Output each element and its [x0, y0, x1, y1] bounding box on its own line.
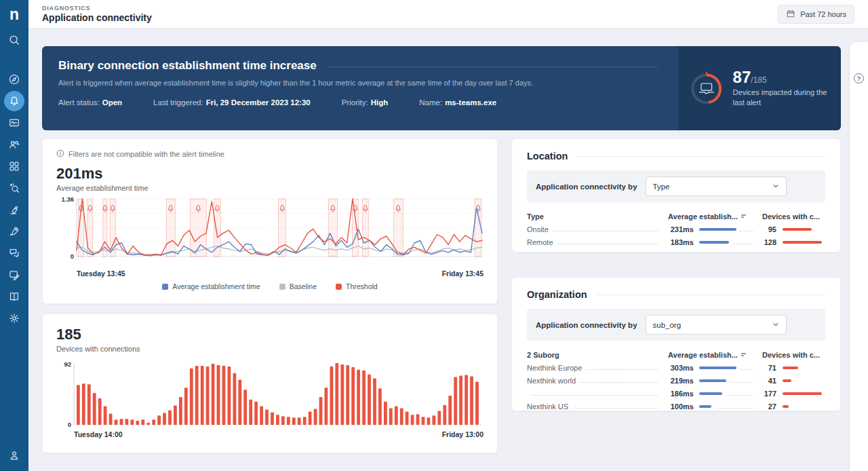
- people-search-icon: [8, 138, 20, 151]
- filters-notice: Filters are not compatible with the aler…: [56, 149, 484, 159]
- search-icon: [8, 34, 20, 46]
- table-header: Type Average establish... Devices with c…: [527, 210, 825, 223]
- svg-text:0: 0: [68, 421, 71, 428]
- table-row[interactable]: Remote 183ms 128: [527, 236, 825, 248]
- organization-table: 2 Suborg Average establish... Devices wi…: [527, 348, 825, 413]
- x-end-label: Friday 13:00: [442, 430, 484, 438]
- establishment-time-chart: 1.360: [56, 192, 485, 269]
- sidebar-item-account[interactable]: [4, 445, 24, 466]
- impacted-caption: Devices impacted during the last alert: [733, 88, 830, 108]
- organization-filter-row: Application connectivity by sub_org: [527, 309, 825, 341]
- sidebar: n: [0, 0, 28, 471]
- book-icon: [8, 290, 20, 303]
- compass-icon: [8, 73, 20, 86]
- table-row[interactable]: Nexthink Europe 303ms 71: [527, 361, 825, 374]
- x-start-label: Tuesday 14:00: [74, 430, 123, 438]
- legend-baseline: Baseline: [279, 282, 317, 290]
- alert-title: Binary connection establishment time inc…: [58, 59, 317, 73]
- divider: [597, 295, 825, 295]
- sidebar-item-monitoring[interactable]: [4, 113, 24, 133]
- alert-status: Alert status:Open: [58, 98, 122, 107]
- devices-impacted-gauge: [689, 66, 724, 111]
- help-side-strip: ?: [850, 42, 868, 471]
- svg-text:0: 0: [71, 252, 74, 260]
- sidebar-item-launch[interactable]: [4, 221, 24, 242]
- sidebar-item-library[interactable]: [4, 286, 24, 307]
- alert-name: Name:ms-teams.exe: [419, 98, 496, 107]
- line-chart-x-labels: Tuesday 13:45 Friday 13:45: [56, 269, 484, 278]
- bar-chart-x-labels: Tuesday 14:00 Friday 13:00: [56, 430, 484, 438]
- devices-bar-chart: 920: [56, 358, 485, 430]
- chevron-down-icon: [772, 321, 779, 329]
- sidebar-item-content[interactable]: [4, 265, 24, 285]
- line-chart-legend: Average establishment time Baseline Thre…: [56, 282, 484, 290]
- laptop-icon: [699, 83, 713, 94]
- top-header: DIAGNOSTICS Application connectivity Pas…: [28, 0, 868, 29]
- monitor-chart-icon: [8, 117, 20, 129]
- sidebar-item-search[interactable]: [4, 30, 24, 50]
- chevron-down-icon: [772, 183, 779, 191]
- avg-establishment-label: Average establishment time: [56, 184, 484, 192]
- alert-meta: Alert status:Open Last triggered:Fri, 29…: [58, 98, 662, 107]
- sort-icon[interactable]: [741, 353, 746, 356]
- x-start-label: Tuesday 13:45: [77, 269, 125, 278]
- info-icon: [56, 149, 64, 159]
- alert-description: Alert is triggered when average establis…: [58, 79, 662, 87]
- sidebar-item-investigations[interactable]: [4, 178, 24, 198]
- legend-threshold: Threshold: [336, 282, 378, 290]
- time-range-button[interactable]: Past 72 hours: [778, 5, 854, 24]
- alert-banner: Binary connection establishment time inc…: [42, 46, 841, 130]
- calendar-icon: [786, 9, 795, 20]
- x-end-label: Friday 13:45: [442, 269, 484, 278]
- bell-icon: [8, 95, 20, 107]
- alert-priority: Priority:High: [342, 98, 389, 107]
- location-title: Location: [527, 151, 568, 162]
- sidebar-item-overview[interactable]: [4, 69, 24, 90]
- alert-banner-details: Binary connection establishment time inc…: [42, 46, 678, 130]
- table-header: 2 Suborg Average establish... Devices wi…: [527, 348, 825, 361]
- svg-text:1.36: 1.36: [62, 195, 75, 203]
- avg-establishment-metric: 201ms: [56, 165, 484, 183]
- person-icon: [8, 449, 20, 461]
- chat-icon: [8, 247, 20, 259]
- sidebar-item-amplify[interactable]: [4, 200, 24, 220]
- board-pencil-icon: [8, 269, 20, 281]
- impacted-count: 87/185: [733, 69, 830, 86]
- table-row[interactable]: Onsite 231ms 95: [527, 223, 825, 236]
- location-filter-row: Application connectivity by Type: [527, 170, 825, 202]
- location-table: Type Average establish... Devices with c…: [527, 210, 825, 248]
- alert-impact-box: 87/185 Devices impacted during the last …: [678, 46, 841, 130]
- organization-groupby-select[interactable]: sub_org: [646, 315, 787, 335]
- sidebar-item-engage[interactable]: [4, 243, 24, 263]
- devices-connections-panel: 185 Devices with connections 920 Tuesday…: [42, 314, 498, 453]
- table-row[interactable]: Nexthink world 219ms 41: [527, 374, 825, 387]
- lamp-icon: [8, 204, 20, 216]
- page-title: Application connectivity: [42, 12, 152, 23]
- divider: [329, 67, 658, 67]
- establishment-time-panel: Filters are not compatible with the aler…: [42, 138, 498, 304]
- location-groupby-select[interactable]: Type: [646, 176, 787, 196]
- gear-icon: [8, 312, 20, 324]
- sidebar-item-applications[interactable]: [4, 156, 24, 176]
- organization-title: Organization: [527, 289, 587, 300]
- location-panel: Location Application connectivity by Typ…: [511, 138, 841, 252]
- magnifier-sparkle-icon: [8, 182, 20, 194]
- breadcrumb: DIAGNOSTICS: [42, 5, 152, 12]
- table-row[interactable]: Nexthink US 100ms 27: [527, 400, 825, 413]
- grid-icon: [8, 160, 20, 172]
- alert-last-triggered: Last triggered:Fri, 29 December 2023 12:…: [153, 98, 311, 107]
- legend-average: Average establishment time: [162, 282, 260, 290]
- help-icon[interactable]: ?: [854, 73, 864, 83]
- sidebar-item-workforce[interactable]: [4, 134, 24, 155]
- sidebar-item-settings[interactable]: [4, 308, 24, 328]
- sort-icon[interactable]: [741, 214, 746, 218]
- divider: [577, 156, 825, 157]
- nexthink-logo: n: [9, 4, 19, 24]
- devices-metric-label: Devices with connections: [56, 345, 484, 353]
- table-row[interactable]: 186ms 177: [527, 387, 825, 400]
- rocket-icon: [8, 225, 20, 238]
- organization-panel: Organization Application connectivity by…: [511, 277, 841, 411]
- svg-text:92: 92: [64, 360, 71, 368]
- devices-metric: 185: [56, 326, 484, 343]
- sidebar-item-alerts[interactable]: [4, 91, 24, 111]
